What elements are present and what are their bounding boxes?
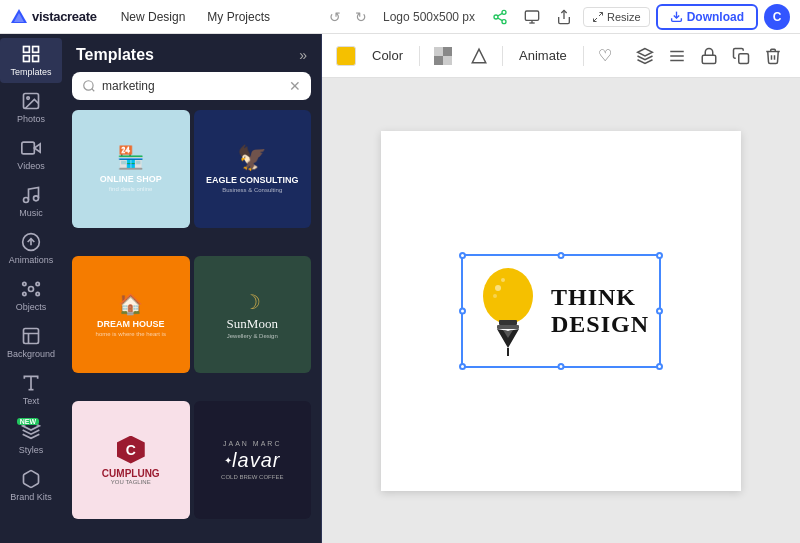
shop-icon: 🏪 (117, 145, 144, 171)
selection-dot-tr[interactable] (656, 252, 663, 259)
svg-marker-39 (472, 49, 486, 63)
search-input[interactable] (102, 79, 283, 93)
mountain-button[interactable] (466, 43, 492, 69)
svg-point-26 (23, 282, 26, 285)
sidebar-item-styles[interactable]: NEW Styles (0, 414, 62, 461)
favorite-button[interactable]: ♡ (594, 42, 616, 69)
nav-center: ↺ ↻ Logo 500x500 px Resize Download C (325, 4, 790, 30)
color-swatch[interactable] (336, 46, 356, 66)
house-icon: 🏠 (118, 292, 143, 316)
svg-point-47 (495, 285, 501, 291)
svg-rect-44 (702, 55, 716, 63)
canvas-toolbar: Color Animate ♡ (322, 34, 800, 78)
search-icon (82, 79, 96, 93)
svg-rect-21 (22, 142, 34, 154)
templates-grid: 🏪 ONLINE SHOP find deals online 🦅 EAGLE … (62, 110, 321, 543)
delete-button[interactable] (760, 43, 786, 69)
canvas-area: Color Animate ♡ (322, 34, 800, 543)
sun-icon: ☽ (243, 290, 261, 314)
styles-badge-wrap: NEW (21, 420, 41, 442)
search-bar: ✕ (72, 72, 311, 100)
svg-rect-51 (497, 325, 519, 329)
lavar-text: lavar (232, 449, 280, 472)
undo-button[interactable]: ↺ (325, 7, 345, 27)
sidebar-item-background[interactable]: Background (0, 320, 62, 365)
sidebar-item-music[interactable]: Music (0, 179, 62, 224)
svg-point-29 (36, 292, 39, 295)
sidebar-item-animations[interactable]: Animations (0, 226, 62, 271)
svg-rect-14 (24, 47, 30, 53)
toolbar-divider-3 (583, 46, 584, 66)
svg-point-19 (27, 97, 29, 100)
color-label[interactable]: Color (366, 44, 409, 67)
svg-point-49 (493, 294, 497, 298)
my-projects-button[interactable]: My Projects (199, 6, 278, 28)
svg-point-25 (29, 287, 34, 292)
svg-rect-30 (24, 329, 39, 344)
monitor-icon-button[interactable] (519, 6, 545, 28)
svg-rect-38 (434, 56, 443, 65)
svg-marker-40 (638, 48, 653, 56)
new-design-button[interactable]: New Design (113, 6, 194, 28)
selection-dot-tl[interactable] (459, 252, 466, 259)
selection-dot-ml[interactable] (459, 307, 466, 314)
canvas-white: THINK DESIGN (381, 131, 741, 491)
redo-button[interactable]: ↻ (351, 7, 371, 27)
bulb-svg (473, 266, 543, 356)
svg-point-22 (24, 198, 29, 203)
align-button[interactable] (664, 43, 690, 69)
panel-collapse-button[interactable]: » (299, 47, 307, 63)
template-card-lavar[interactable]: JAAN MARC ✦ lavar COLD BREW COFFEE (194, 401, 312, 519)
sidebar-item-text[interactable]: Text (0, 367, 62, 412)
sidebar-item-videos[interactable]: Videos (0, 132, 62, 177)
template-card-dream-house[interactable]: 🏠 DREAM HOUSE home is where the heart is (72, 256, 190, 374)
selection-dot-mr[interactable] (656, 307, 663, 314)
canvas-surface[interactable]: THINK DESIGN (322, 78, 800, 543)
panel-title: Templates (76, 46, 154, 64)
share2-icon-button[interactable] (551, 6, 577, 28)
selection-dot-bl[interactable] (459, 363, 466, 370)
sidebar-item-objects[interactable]: Objects (0, 273, 62, 318)
svg-marker-20 (34, 144, 40, 152)
sidebar-item-photos[interactable]: Photos (0, 85, 62, 130)
right-icons (632, 43, 786, 69)
svg-line-5 (498, 18, 503, 21)
templates-panel: Templates » ✕ 🏪 ONLINE SHOP find deals o… (62, 34, 322, 543)
selection-dot-br[interactable] (656, 363, 663, 370)
canvas-size-label: Logo 500x500 px (377, 8, 481, 26)
lavar-star: ✦ (224, 455, 232, 466)
template-card-cumplung[interactable]: C CUMPLUNG YOU TAGLINE (72, 401, 190, 519)
layers-button[interactable] (632, 43, 658, 69)
share-icon-button[interactable] (487, 6, 513, 28)
avatar-button[interactable]: C (764, 4, 790, 30)
svg-point-2 (502, 10, 506, 14)
panel-header: Templates » (62, 34, 321, 72)
download-button[interactable]: Download (656, 4, 758, 30)
logo-icon (10, 8, 28, 26)
svg-point-33 (84, 81, 93, 90)
search-clear-button[interactable]: ✕ (289, 78, 301, 94)
logo-design[interactable]: THINK DESIGN (461, 254, 661, 368)
svg-point-3 (494, 15, 498, 19)
selection-dot-tm[interactable] (558, 252, 565, 259)
svg-rect-45 (739, 53, 749, 63)
toolbar-divider-1 (419, 46, 420, 66)
svg-rect-35 (434, 47, 443, 56)
svg-rect-17 (33, 56, 39, 62)
sidebar-item-brand-kits[interactable]: Brand Kits (0, 463, 62, 508)
resize-button[interactable]: Resize (583, 7, 650, 27)
think-design-text: THINK DESIGN (551, 284, 649, 337)
svg-point-27 (36, 282, 39, 285)
sidebar-icons: Templates Photos Videos Music Animations… (0, 34, 62, 543)
checkerboard-button[interactable] (430, 43, 456, 69)
template-card-sunmoon[interactable]: ☽ SunMoon Jewellery & Design (194, 256, 312, 374)
duplicate-button[interactable] (728, 43, 754, 69)
animate-label[interactable]: Animate (513, 44, 573, 67)
sidebar-item-templates[interactable]: Templates (0, 38, 62, 83)
template-card-eagle-consulting[interactable]: 🦅 EAGLE CONSULTING Business & Consulting (194, 110, 312, 228)
template-card-online-shop[interactable]: 🏪 ONLINE SHOP find deals online (72, 110, 190, 228)
selection-dot-bm[interactable] (558, 363, 565, 370)
svg-point-48 (501, 278, 505, 282)
svg-rect-16 (24, 56, 30, 62)
lock-button[interactable] (696, 43, 722, 69)
